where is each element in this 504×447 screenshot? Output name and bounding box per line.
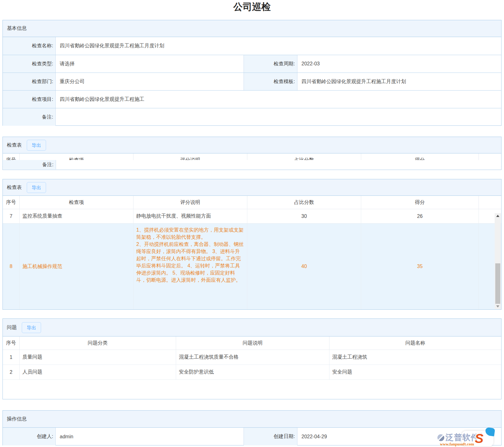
check-project-label: 检查项目:	[3, 91, 56, 108]
col-header-name: 问题名称	[329, 336, 501, 350]
check-cycle-value: 2022-03	[297, 55, 501, 73]
issues-header: 问题 导出	[3, 319, 501, 336]
issues-title: 问题	[7, 324, 17, 331]
export-button[interactable]: 导出	[22, 322, 41, 333]
col-header-weight: 占比分数	[247, 196, 361, 209]
check-cycle-label: 检查周期:	[244, 55, 297, 73]
page-title: 公司巡检	[0, 1, 504, 13]
scrollbar-up-arrow-icon[interactable]	[495, 213, 501, 219]
field-row-dept-template: 检查部门: 重庆分公司 检查模板: 四川省鹅岭公园绿化景观提升工程施工月度计划	[3, 73, 501, 90]
check-template-label: 检查模板:	[244, 73, 297, 90]
row-name: 混凝土工程浇筑	[329, 350, 501, 365]
checklist-title: 检查表	[7, 184, 22, 191]
overlay-remark-label: 备注:	[3, 160, 56, 169]
row-no: 7	[3, 209, 20, 223]
check-name-value: 四川省鹅岭公园绿化景观提升工程施工月度计划	[56, 37, 501, 55]
check-project-value: 四川省鹅岭公园绿化景观提升工程施工	[56, 91, 501, 108]
remark-value	[56, 108, 501, 126]
issues-row-2: 2 人员问题 安全防护意识低 安全问题	[3, 365, 501, 380]
row-item: 施工机械操作规范	[20, 224, 133, 309]
fanpu-url-text: www.fanpusoft.com	[440, 442, 474, 447]
checklist-panel: 检查表 导出 序号 检查项 评分说明 占比分数 得分 7 监控系统质量抽查 静电…	[2, 179, 502, 310]
col-header-category: 问题分类	[20, 336, 176, 350]
row-category: 质量问题	[20, 350, 176, 365]
checklist-table-header: 序号 检查项 评分说明 占比分数 得分	[3, 196, 501, 209]
basic-info-title: 基本信息	[7, 25, 27, 32]
basic-info-header: 基本信息	[3, 20, 501, 37]
row-weight: 40	[247, 224, 361, 309]
scrollbar-down-arrow-icon[interactable]	[495, 304, 501, 309]
checklist-header: 检查表 导出	[3, 179, 501, 196]
col-header-desc: 评分说明	[133, 196, 247, 209]
row-category: 人员问题	[20, 365, 176, 379]
operation-info-title: 操作信息	[7, 416, 27, 422]
checklist-partial-title: 检查表	[7, 142, 22, 148]
issues-panel: 问题 导出 序号 问题分类 问题说明 问题名称 1 质量问题 混凝土工程浇筑质量…	[2, 318, 502, 399]
export-button[interactable]: 导出	[27, 182, 46, 193]
issues-row-1: 1 质量问题 混凝土工程浇筑质量不合格 混凝土工程浇筑	[3, 350, 501, 365]
overlay-remark-value	[56, 160, 501, 169]
col-header-no: 序号	[3, 336, 20, 350]
check-dept-value: 重庆分公司	[56, 73, 244, 90]
fanpu-brand-text: 泛普软件	[446, 432, 479, 443]
basic-info-panel: 基本信息 检查名称: 四川省鹅岭公园绿化景观提升工程施工月度计划 检查类型: 请…	[2, 20, 502, 126]
operation-info-panel: 操作信息 创建人: admin 创建日期: 2022-04-29	[2, 410, 502, 445]
check-name-label: 检查名称:	[3, 37, 56, 55]
scrollbar-thumb[interactable]	[495, 263, 500, 304]
row-desc: 安全防护意识低	[176, 365, 329, 379]
issues-table-header: 序号 问题分类 问题说明 问题名称	[3, 336, 501, 350]
creator-value: admin	[56, 428, 244, 445]
col-header-spacer	[479, 196, 501, 209]
operation-info-header: 操作信息	[3, 411, 501, 428]
checklist-row-8: 8 施工机械操作规范 1、搅拌机必须安置在坚实的地方，用支架或支架筒架稳，不准以…	[3, 224, 501, 309]
issues-empty-area	[3, 380, 501, 399]
checklist-panel-partial: 检查表 导出 序号 检查项 评分说明 占比分数 得分 备注:	[2, 137, 502, 170]
row-no: 2	[3, 365, 20, 379]
remark-overlay-row: 备注:	[3, 160, 501, 169]
export-button[interactable]: 导出	[27, 140, 46, 151]
row-desc: 静电放电抗干扰度、视频性能方面	[133, 209, 247, 223]
field-row-check-type-cycle: 检查类型: 请选择 检查周期: 2022-03	[3, 55, 501, 73]
field-row-creator-date: 创建人: admin 创建日期: 2022-04-29	[3, 428, 501, 445]
check-type-label: 检查类型:	[3, 55, 56, 73]
vertical-scrollbar[interactable]	[495, 213, 501, 309]
row-name: 安全问题	[329, 365, 501, 379]
col-header-desc: 问题说明	[176, 336, 329, 350]
fanpu-watermark: 泛普软件 www.fanpusoft.com S	[437, 431, 490, 446]
row-weight: 30	[247, 209, 361, 223]
row-item: 监控系统质量抽查	[20, 209, 133, 223]
remark-label: 备注:	[3, 108, 56, 126]
check-dept-label: 检查部门:	[3, 73, 56, 90]
creator-label: 创建人:	[3, 428, 56, 445]
fanpu-logo-icon	[437, 434, 444, 441]
col-header-no: 序号	[3, 196, 20, 209]
row-no: 1	[3, 350, 20, 365]
col-header-score: 得分	[361, 196, 479, 209]
create-date-label: 创建日期:	[244, 428, 297, 445]
row-score: 26	[361, 209, 479, 223]
field-row-remark: 备注:	[3, 108, 501, 126]
row-score: 35	[361, 224, 479, 309]
row-desc: 1、搅拌机必须安置在坚实的地方，用支架或支架筒架稳，不准以轮胎代替支撑。 2、开…	[133, 224, 247, 309]
row-no: 8	[3, 224, 20, 309]
field-row-check-project: 检查项目: 四川省鹅岭公园绿化景观提升工程施工	[3, 90, 501, 108]
company-inspection-page: 公司巡检 基本信息 检查名称: 四川省鹅岭公园绿化景观提升工程施工月度计划 检查…	[0, 0, 504, 447]
col-header-item: 检查项	[20, 196, 133, 209]
check-type-value: 请选择	[56, 55, 244, 73]
checklist-row-7: 7 监控系统质量抽查 静电放电抗干扰度、视频性能方面 30 26	[3, 209, 501, 224]
row-desc: 混凝土工程浇筑质量不合格	[176, 350, 329, 365]
fanpu-s-badge: S	[475, 432, 483, 445]
check-template-value: 四川省鹅岭公园绿化景观提升工程施工月度计划	[297, 73, 501, 90]
checklist-partial-header: 检查表 导出	[3, 137, 501, 153]
field-row-check-name: 检查名称: 四川省鹅岭公园绿化景观提升工程施工月度计划	[3, 37, 501, 55]
